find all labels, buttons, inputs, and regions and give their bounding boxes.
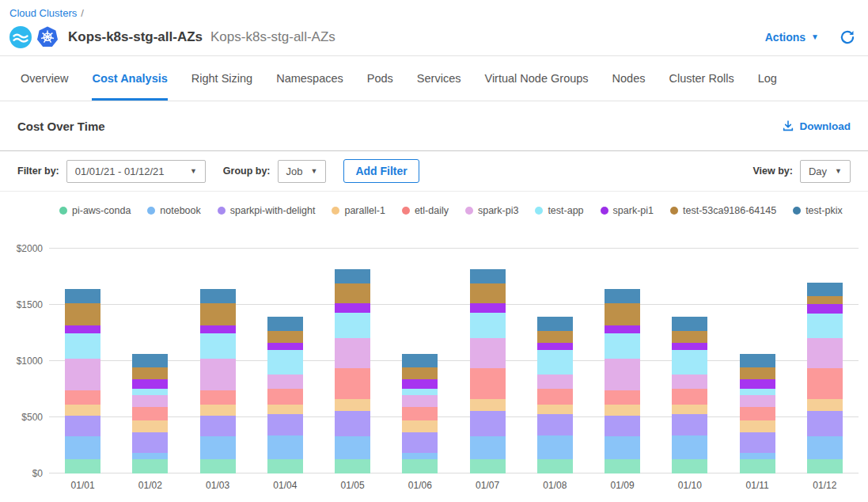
bar-segment-spark-pi1[interactable] [132, 379, 168, 389]
bar-segment-test-53ca9186-64145[interactable] [267, 331, 303, 342]
tab-nodes[interactable]: Nodes [612, 56, 646, 101]
bar-segment-parallel-1[interactable] [132, 420, 168, 432]
bar-segment-pi-aws-conda[interactable] [267, 459, 303, 473]
bar-segment-test-app[interactable] [65, 333, 100, 359]
bar-segment-test-app[interactable] [132, 389, 168, 396]
actions-button[interactable]: Actions ▼ [765, 31, 819, 44]
bar-segment-notebook[interactable] [470, 436, 506, 458]
bar-segment-test-53ca9186-64145[interactable] [470, 283, 506, 303]
bar-segment-spark-pi3[interactable] [65, 359, 100, 390]
add-filter-button[interactable]: Add Filter [343, 159, 419, 183]
bar-segment-test-app[interactable] [605, 333, 640, 359]
bar-segment-test-pkix[interactable] [132, 354, 168, 367]
bar-segment-sparkpi-with-delight[interactable] [740, 432, 775, 453]
bar-segment-etl-daily[interactable] [200, 390, 236, 405]
bar-segment-test-53ca9186-64145[interactable] [335, 283, 370, 303]
bar-segment-notebook[interactable] [200, 436, 236, 458]
bar-segment-spark-pi1[interactable] [740, 379, 775, 389]
bar-segment-etl-daily[interactable] [65, 390, 100, 405]
legend-item-spark-pi1[interactable]: spark-pi1 [601, 205, 654, 216]
bar-segment-parallel-1[interactable] [672, 405, 707, 414]
bar-segment-test-53ca9186-64145[interactable] [132, 367, 168, 379]
bar-segment-spark-pi1[interactable] [470, 303, 506, 313]
bar-segment-spark-pi3[interactable] [402, 395, 438, 406]
bar-segment-test-pkix[interactable] [672, 317, 707, 331]
bar-segment-test-app[interactable] [537, 350, 573, 375]
bar-segment-test-pkix[interactable] [402, 354, 438, 367]
bar-segment-test-pkix[interactable] [200, 289, 236, 303]
bar-segment-parallel-1[interactable] [200, 405, 236, 415]
legend-item-spark-pi3[interactable]: spark-pi3 [465, 205, 518, 216]
bar-segment-test-pkix[interactable] [65, 289, 100, 303]
bar-segment-pi-aws-conda[interactable] [470, 459, 506, 473]
bar-segment-sparkpi-with-delight[interactable] [537, 414, 573, 435]
bar-segment-spark-pi1[interactable] [65, 325, 100, 334]
tab-cluster-rolls[interactable]: Cluster Rolls [669, 56, 734, 101]
bar-segment-sparkpi-with-delight[interactable] [605, 416, 640, 436]
bar-segment-pi-aws-conda[interactable] [65, 459, 100, 473]
bar-segment-parallel-1[interactable] [267, 405, 303, 414]
bar-segment-test-app[interactable] [335, 313, 370, 338]
legend-item-test-app[interactable]: test-app [535, 205, 583, 216]
legend-item-test-53ca9186-64145[interactable]: test-53ca9186-64145 [670, 205, 776, 216]
view-by-select[interactable]: Day ▼ [800, 160, 851, 183]
bar-segment-etl-daily[interactable] [335, 368, 370, 399]
group-by-select[interactable]: Job ▼ [278, 160, 327, 183]
bar-segment-pi-aws-conda[interactable] [335, 459, 370, 473]
bar-segment-sparkpi-with-delight[interactable] [402, 432, 438, 453]
bar-segment-etl-daily[interactable] [402, 407, 438, 421]
date-range-select[interactable]: 01/01/21 - 01/12/21 ▼ [66, 160, 206, 183]
bar-segment-pi-aws-conda[interactable] [132, 459, 168, 473]
bar-segment-spark-pi1[interactable] [335, 303, 370, 313]
bar-segment-test-53ca9186-64145[interactable] [537, 331, 573, 342]
bar-segment-etl-daily[interactable] [807, 368, 843, 399]
bar-segment-notebook[interactable] [672, 435, 707, 459]
bar-segment-sparkpi-with-delight[interactable] [65, 416, 100, 436]
bar-segment-sparkpi-with-delight[interactable] [132, 432, 168, 453]
bar-segment-test-53ca9186-64145[interactable] [740, 367, 775, 379]
bar-segment-pi-aws-conda[interactable] [740, 459, 775, 473]
bar-segment-spark-pi3[interactable] [740, 395, 775, 406]
bar-segment-test-pkix[interactable] [807, 283, 843, 295]
bar-segment-test-53ca9186-64145[interactable] [200, 303, 236, 325]
bar-segment-test-pkix[interactable] [537, 317, 573, 331]
bar-segment-spark-pi1[interactable] [537, 343, 573, 350]
bar-segment-pi-aws-conda[interactable] [807, 459, 843, 473]
legend-item-pi-aws-conda[interactable]: pi-aws-conda [59, 205, 131, 216]
bar-segment-sparkpi-with-delight[interactable] [672, 414, 707, 435]
bar-segment-etl-daily[interactable] [132, 407, 168, 421]
bar-segment-spark-pi3[interactable] [537, 375, 573, 389]
tab-namespaces[interactable]: Namespaces [276, 56, 343, 101]
bar-segment-spark-pi3[interactable] [132, 395, 168, 406]
bar-segment-spark-pi3[interactable] [267, 375, 303, 389]
bar-segment-test-pkix[interactable] [335, 269, 370, 283]
bar-segment-etl-daily[interactable] [470, 368, 506, 399]
tab-pods[interactable]: Pods [367, 56, 393, 101]
bar-segment-parallel-1[interactable] [402, 420, 438, 432]
tab-virtual-node-groups[interactable]: Virtual Node Groups [484, 56, 588, 101]
bar-segment-notebook[interactable] [740, 453, 775, 459]
bar-segment-sparkpi-with-delight[interactable] [200, 416, 236, 436]
bar-segment-sparkpi-with-delight[interactable] [267, 414, 303, 435]
legend-item-etl-daily[interactable]: etl-daily [402, 205, 449, 216]
bar-segment-parallel-1[interactable] [537, 405, 573, 414]
bar-segment-parallel-1[interactable] [335, 399, 370, 411]
bar-segment-notebook[interactable] [335, 436, 370, 458]
bar-segment-parallel-1[interactable] [470, 399, 506, 411]
legend-item-notebook[interactable]: notebook [147, 205, 200, 216]
bar-segment-sparkpi-with-delight[interactable] [807, 411, 843, 437]
bar-segment-pi-aws-conda[interactable] [402, 459, 438, 473]
bar-segment-test-app[interactable] [402, 389, 438, 396]
bar-segment-pi-aws-conda[interactable] [672, 459, 707, 473]
bar-segment-notebook[interactable] [132, 453, 168, 459]
bar-segment-etl-daily[interactable] [267, 389, 303, 405]
bar-segment-parallel-1[interactable] [740, 420, 775, 432]
bar-segment-test-pkix[interactable] [267, 317, 303, 331]
bar-segment-spark-pi1[interactable] [200, 325, 236, 334]
bar-segment-sparkpi-with-delight[interactable] [470, 411, 506, 437]
bar-segment-notebook[interactable] [402, 453, 438, 459]
bar-segment-notebook[interactable] [807, 436, 843, 458]
bar-segment-spark-pi1[interactable] [605, 325, 640, 334]
bar-segment-parallel-1[interactable] [807, 399, 843, 411]
tab-services[interactable]: Services [417, 56, 461, 101]
